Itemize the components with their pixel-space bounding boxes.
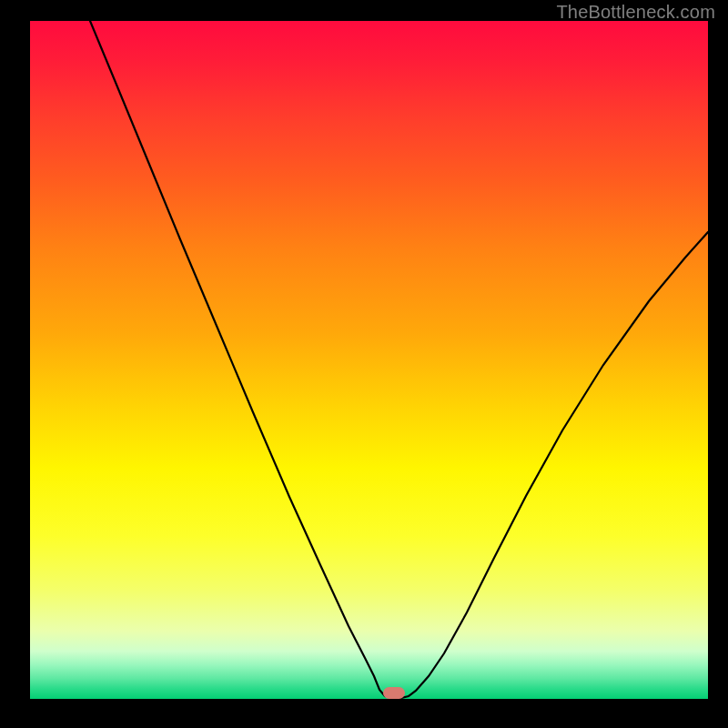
bottom-border	[30, 699, 708, 707]
watermark-text: TheBottleneck.com	[556, 2, 715, 23]
optimal-point-marker	[383, 687, 405, 699]
chart-frame: TheBottleneck.com	[0, 0, 728, 728]
plot-area	[30, 21, 708, 699]
